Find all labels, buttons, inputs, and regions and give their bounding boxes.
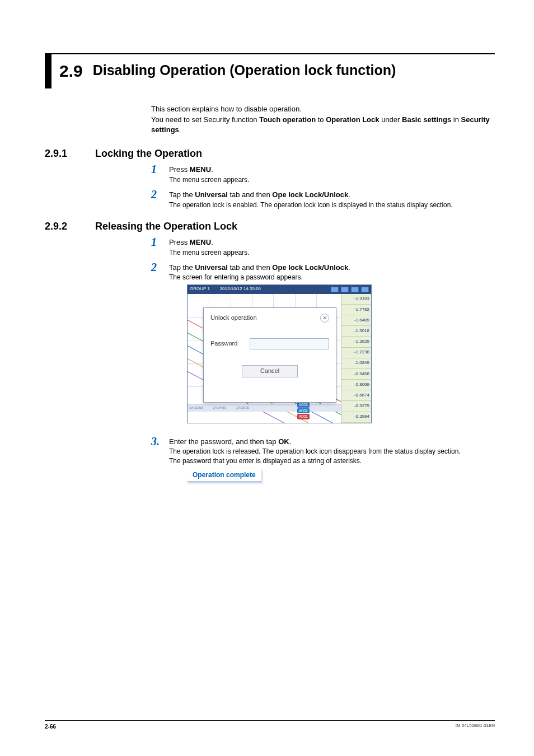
step-subtext: The menu screen appears. xyxy=(169,175,495,184)
step-text: Tap the Universal tab and then Ope lock … xyxy=(169,190,495,200)
step-number: 2 xyxy=(151,261,169,431)
document-id: IM 04L51B01-01EN xyxy=(456,723,495,731)
subsection-1-steps: 1 Press MENU. The menu screen appears. 2… xyxy=(151,165,495,209)
step-number: 2 xyxy=(151,188,169,209)
titlebar-icons xyxy=(331,287,369,292)
step-text: Enter the password, and then tap OK. xyxy=(169,437,495,447)
subsection-2-number: 2.9.2 xyxy=(45,220,95,233)
step-text: Tap the Universal tab and then Ope lock … xyxy=(169,263,495,273)
screenshot-unlock-dialog: GROUP 1 2012/10/12 14:35:06 xyxy=(187,284,372,423)
step-2: 2 Tap the Universal tab and then Ope loc… xyxy=(151,190,495,209)
cancel-button[interactable]: Cancel xyxy=(242,365,298,377)
step-2: 2 Tap the Universal tab and then Ope loc… xyxy=(151,263,495,431)
step-number: 3 xyxy=(151,435,169,482)
step-subtext: The operation lock is released. The oper… xyxy=(169,447,495,456)
subsection-1-title: Locking the Operation xyxy=(95,147,202,160)
unlock-dialog: Unlock operation ✕ Password Cancel xyxy=(203,307,336,403)
section-header: 2.9 Disabling Operation (Operation lock … xyxy=(45,53,495,88)
subsection-1-header: 2.9.1 Locking the Operation xyxy=(45,147,495,160)
step-number: 1 xyxy=(151,236,169,257)
step-1: 1 Press MENU. The menu screen appears. xyxy=(151,165,495,184)
dialog-title: Unlock operation xyxy=(210,314,257,322)
intro-line-2: You need to set Security function Touch … xyxy=(151,115,495,134)
intro-line-1: This section explains how to disable ope… xyxy=(151,104,495,114)
section-bar xyxy=(45,54,51,88)
step-3: 3 Enter the password, and then tap OK. T… xyxy=(151,437,495,482)
close-icon[interactable]: ✕ xyxy=(320,314,329,323)
password-label: Password xyxy=(210,339,244,348)
step-subtext: The screen for entering a password appea… xyxy=(169,273,495,282)
step-1: 1 Press MENU. The menu screen appears. xyxy=(151,237,495,257)
operation-complete-badge: Operation complete xyxy=(187,469,261,482)
subsection-2-title: Releasing the Operation Lock xyxy=(95,220,237,233)
subsection-2-header: 2.9.2 Releasing the Operation Lock xyxy=(45,220,495,233)
section-title: Disabling Operation (Operation lock func… xyxy=(93,54,495,86)
time-axis: 14:33:0014:34:0014:35:00 xyxy=(188,404,341,412)
subsection-2-steps: 1 Press MENU. The menu screen appears. 2… xyxy=(151,237,495,482)
section-number: 2.9 xyxy=(51,54,93,88)
intro-paragraph: This section explains how to disable ope… xyxy=(151,104,495,135)
step-text: Press MENU. xyxy=(169,165,495,175)
password-input[interactable] xyxy=(250,338,329,349)
step-subtext: The operation lock is enabled. The opera… xyxy=(169,200,495,209)
subsection-1-number: 2.9.1 xyxy=(45,147,95,160)
step-number: 1 xyxy=(151,163,169,184)
step-text: Press MENU. xyxy=(169,237,495,248)
value-panel: -1.9183-1.7782 -1.6409-1.5018 -1.3629-1.… xyxy=(341,294,371,423)
screenshot-titlebar: GROUP 1 2012/10/12 14:35:06 xyxy=(188,285,371,294)
step-subtext: The menu screen appears. xyxy=(169,248,495,257)
page-number: 2-66 xyxy=(45,723,56,731)
step-subtext: The password that you enter is displayed… xyxy=(169,456,495,465)
page-footer: 2-66 IM 04L51B01-01EN xyxy=(45,720,495,731)
